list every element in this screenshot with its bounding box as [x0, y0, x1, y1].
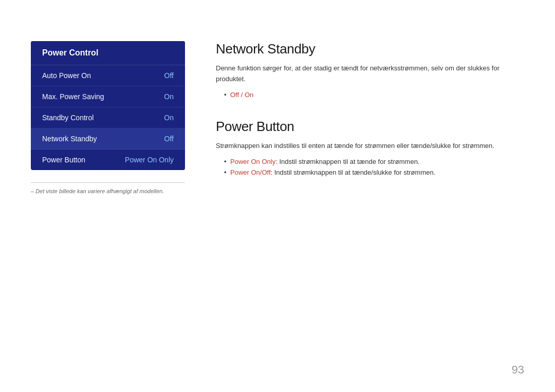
- section-power-button: Power Button Strømknappen kan indstilles…: [216, 119, 524, 178]
- power-button-label: Power Button: [42, 156, 85, 164]
- network-standby-bullet-1: Off / On: [224, 90, 524, 101]
- menu-item-max-power-saving[interactable]: Max. Power Saving On: [31, 86, 185, 107]
- standby-control-value: On: [164, 114, 174, 122]
- network-standby-bullets: Off / On: [216, 90, 524, 101]
- power-button-desc: Strømknappen kan indstilles til enten at…: [216, 141, 524, 152]
- auto-power-on-value: Off: [164, 71, 174, 80]
- power-on-off-highlight: Power On/Off: [230, 169, 271, 176]
- network-standby-title: Network Standby: [216, 41, 524, 57]
- network-standby-option: Off / On: [230, 91, 253, 99]
- power-button-bullets: Power On Only: Indstil strømknappen til …: [216, 157, 524, 178]
- max-power-saving-label: Max. Power Saving: [42, 92, 104, 101]
- network-standby-desc: Denne funktion sørger for, at der stadig…: [216, 63, 524, 85]
- left-panel: Power Control Auto Power On Off Max. Pow…: [31, 41, 185, 361]
- menu-item-auto-power-on[interactable]: Auto Power On Off: [31, 65, 185, 86]
- right-panel: Network Standby Denne funktion sørger fo…: [216, 41, 524, 361]
- power-on-off-rest: : Indstil strømknappen til at tænde/sluk…: [271, 169, 436, 176]
- power-button-title: Power Button: [216, 119, 524, 135]
- power-button-bullet-2: Power On/Off: Indstil strømknappen til a…: [224, 167, 524, 178]
- power-on-only-highlight: Power On Only: [230, 158, 275, 165]
- power-on-only-rest: : Indstil strømknappen til at tænde for …: [275, 158, 419, 165]
- page-container: Power Control Auto Power On Off Max. Pow…: [0, 0, 555, 392]
- section-network-standby: Network Standby Denne funktion sørger fo…: [216, 41, 524, 100]
- power-button-value: Power On Only: [125, 156, 174, 164]
- max-power-saving-value: On: [164, 92, 174, 101]
- network-standby-label: Network Standby: [42, 135, 97, 143]
- menu-item-standby-control[interactable]: Standby Control On: [31, 107, 185, 128]
- menu-header: Power Control: [31, 41, 185, 65]
- footnote-text: – Det viste billede kan variere afhængig…: [31, 188, 185, 194]
- standby-control-label: Standby Control: [42, 114, 94, 122]
- page-number: 93: [512, 363, 524, 377]
- power-button-bullet-1: Power On Only: Indstil strømknappen til …: [224, 157, 524, 167]
- menu-item-network-standby[interactable]: Network Standby Off: [31, 128, 185, 150]
- footnote-area: – Det viste billede kan variere afhængig…: [31, 182, 185, 194]
- auto-power-on-label: Auto Power On: [42, 71, 91, 80]
- network-standby-value: Off: [164, 135, 174, 143]
- menu-item-power-button[interactable]: Power Button Power On Only: [31, 150, 185, 170]
- menu-box: Power Control Auto Power On Off Max. Pow…: [31, 41, 185, 170]
